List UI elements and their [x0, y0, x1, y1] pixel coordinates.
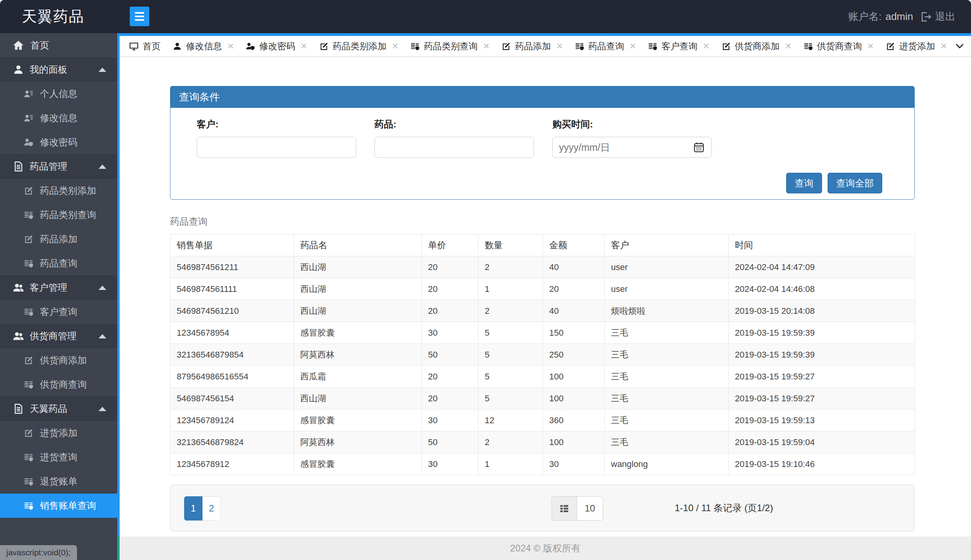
close-icon[interactable]: × [301, 41, 307, 52]
sidebar-item-supplier-add[interactable]: 供货商添加 [0, 348, 117, 372]
tab-drug-category-query[interactable]: 药品类别查询 × [410, 40, 489, 52]
sidebar-item-label: 药品类别查询 [40, 209, 96, 221]
browser-status-bar: javascript:void(0); [0, 545, 77, 560]
tab-label: 修改密码 [259, 40, 295, 52]
purchase-time-field: 购买时间: yyyy/mm/日 [552, 118, 712, 158]
sidebar-item-label: 客户查询 [40, 306, 77, 318]
customer-input[interactable] [197, 137, 356, 158]
sidebar-group-supplier-management[interactable]: 供货商管理 [0, 324, 117, 348]
page-size-select[interactable]: 10 [552, 496, 603, 521]
sidebar-item-change-password[interactable]: 修改密码 [0, 130, 117, 154]
tab-drug-add[interactable]: 药品添加 × [501, 40, 563, 52]
sidebar-item-supplier-query[interactable]: 供货商查询 [0, 372, 117, 397]
sidebar-item-sales-bill-query[interactable]: 销售账单查询 [0, 494, 117, 518]
table-cell: 5 [478, 366, 543, 388]
table-cell: 20 [422, 388, 478, 410]
sidebar-item-purchase-query[interactable]: 进货查询 [0, 445, 117, 469]
table-cell: 2019-03-15 19:59:04 [729, 431, 915, 453]
page-button-1[interactable]: 1 [184, 496, 202, 521]
table-cell: 50 [422, 344, 478, 366]
close-icon[interactable]: × [228, 41, 234, 52]
user-shield-icon [23, 137, 34, 147]
sidebar-item-label: 药品查询 [40, 257, 77, 270]
footer-accent-stripe [117, 537, 120, 560]
tab-label: 供货商添加 [735, 40, 780, 52]
sidebar-item-purchase-add[interactable]: 进货添加 [0, 421, 117, 445]
sidebar-item-drug-add[interactable]: 药品添加 [0, 227, 117, 251]
table-cell: 三毛 [605, 344, 729, 366]
table-cell: 西瓜霜 [294, 366, 422, 388]
logout-button[interactable]: 退出 [920, 10, 955, 23]
sidebar-item-edit-info[interactable]: 修改信息 [0, 106, 117, 130]
table-cell: 感冒胶囊 [294, 322, 422, 344]
table-cell: 2019-03-15 19:59:13 [729, 410, 915, 431]
column-header-amount: 金额 [543, 234, 605, 256]
sidebar-item-customer-query[interactable]: 客户查询 [0, 300, 117, 324]
close-icon[interactable]: × [630, 41, 636, 52]
desktop-icon [129, 41, 139, 51]
sidebar-item-drug-category-query[interactable]: 药品类别查询 [0, 203, 117, 227]
customer-field: 客户: [197, 118, 356, 158]
close-icon[interactable]: × [941, 41, 947, 52]
sidebar-group-tianyi-drug[interactable]: 天翼药品 [0, 397, 117, 421]
edit-icon [23, 428, 34, 438]
tab-purchase-add[interactable]: 进货添加 × [885, 40, 947, 52]
list-icon [803, 41, 813, 51]
sidebar-item-label: 销售账单查询 [40, 499, 96, 512]
table-cell: 5 [478, 388, 543, 410]
file-icon [13, 161, 24, 172]
table-cell: 250 [543, 344, 605, 366]
tab-customer-query[interactable]: 客户查询 × [648, 40, 709, 52]
table-cell: 30 [543, 453, 605, 475]
purchase-date-input[interactable]: yyyy/mm/日 [552, 137, 712, 158]
table-cell: 30 [422, 410, 478, 431]
sidebar-item-personal-info[interactable]: 个人信息 [0, 82, 117, 106]
close-icon[interactable]: × [867, 41, 874, 52]
close-icon[interactable]: × [392, 41, 398, 52]
table-cell: 2019-03-15 19:59:39 [729, 322, 915, 344]
sidebar-group-my-panel[interactable]: 我的面板 [0, 57, 117, 82]
calendar-icon[interactable] [693, 141, 705, 154]
sidebar-group-label: 我的面板 [30, 63, 67, 76]
list-icon [23, 501, 34, 511]
close-icon[interactable]: × [556, 41, 563, 52]
close-icon[interactable]: × [703, 41, 709, 52]
sidebar-item-drug-category-add[interactable]: 药品类别添加 [0, 179, 117, 203]
sidebar-item-drug-query[interactable]: 药品查询 [0, 251, 117, 276]
close-icon[interactable]: × [483, 41, 489, 52]
tab-drug-query[interactable]: 药品查询 × [575, 40, 636, 52]
tabs-overflow-button[interactable] [948, 36, 971, 56]
users-icon [13, 330, 24, 342]
table-cell: 2 [478, 431, 543, 453]
search-button[interactable]: 查询 [786, 173, 822, 193]
table-cell: 2 [478, 256, 543, 278]
table-cell: 西山湖 [294, 278, 422, 300]
tab-home[interactable]: 首页 [129, 40, 161, 52]
search-all-button[interactable]: 查询全部 [828, 173, 882, 193]
tab-label: 客户查询 [661, 40, 697, 52]
table-cell: 20 [543, 278, 605, 300]
column-header-unit-price: 单价 [422, 234, 478, 256]
tab-supplier-add[interactable]: 供货商添加 × [721, 40, 792, 52]
table-cell: 三毛 [605, 388, 729, 410]
tab-drug-category-add[interactable]: 药品类别添加 × [319, 40, 398, 52]
account-name: admin [885, 11, 913, 23]
tab-change-password[interactable]: 修改密码 × [245, 40, 307, 52]
tab-supplier-query[interactable]: 供货商查询 × [803, 40, 874, 52]
sidebar-group-drug-management[interactable]: 药品管理 [0, 154, 117, 179]
sidebar-item-home[interactable]: 首页 [0, 33, 117, 57]
close-icon[interactable]: × [785, 41, 792, 52]
copyright-text: 2024 © 版权所有 [510, 542, 580, 555]
caret-up-icon [99, 334, 106, 338]
table-cell: 阿莫西林 [294, 344, 422, 366]
drug-field: 药品: [374, 118, 534, 158]
table-cell: 西山湖 [294, 388, 422, 410]
page-button-2[interactable]: 2 [202, 496, 221, 521]
app-logo: 天翼药品 [22, 0, 84, 33]
sidebar-item-return-bill[interactable]: 退货账单 [0, 469, 117, 494]
drug-input[interactable] [374, 137, 534, 158]
table-cell: 5 [478, 344, 543, 366]
sidebar-group-customer-management[interactable]: 客户管理 [0, 276, 117, 300]
tab-edit-info[interactable]: 修改信息 × [172, 40, 234, 52]
menu-toggle-button[interactable] [130, 7, 149, 26]
